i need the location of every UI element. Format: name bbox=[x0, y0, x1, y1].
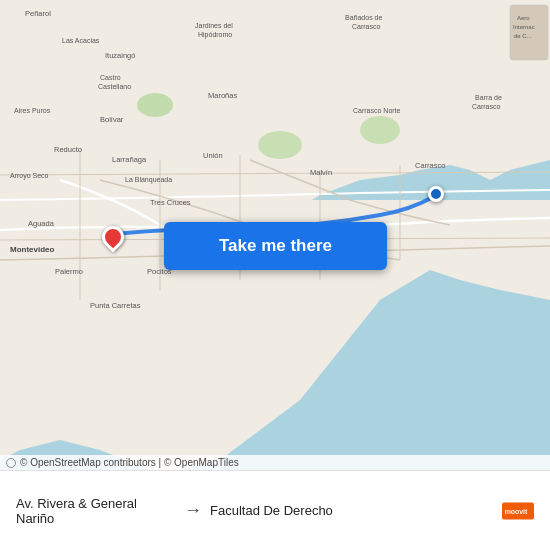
svg-point-5 bbox=[137, 93, 173, 117]
svg-text:Carrasco: Carrasco bbox=[352, 23, 381, 30]
svg-text:moovit: moovit bbox=[505, 508, 528, 515]
svg-text:La Blanqueada: La Blanqueada bbox=[125, 176, 172, 184]
svg-text:Reducto: Reducto bbox=[54, 145, 82, 154]
svg-text:Jardines del: Jardines del bbox=[195, 22, 233, 29]
svg-text:Aguada: Aguada bbox=[28, 219, 55, 228]
svg-text:de C...: de C... bbox=[514, 33, 532, 39]
svg-text:Castro: Castro bbox=[100, 74, 121, 81]
svg-text:Montevideo: Montevideo bbox=[10, 245, 55, 254]
svg-text:Arroyo Seco: Arroyo Seco bbox=[10, 172, 49, 180]
svg-text:Malvín: Malvín bbox=[310, 168, 332, 177]
destination-pin bbox=[428, 186, 444, 202]
svg-text:Hipódromo: Hipódromo bbox=[198, 31, 232, 39]
svg-text:Carrasco Norte: Carrasco Norte bbox=[353, 107, 401, 114]
attribution-text: © OpenStreetMap contributors | © OpenMap… bbox=[20, 457, 239, 468]
svg-text:Peñarol: Peñarol bbox=[25, 9, 51, 18]
svg-text:Bolívar: Bolívar bbox=[100, 115, 124, 124]
svg-text:Tres Cruces: Tres Cruces bbox=[150, 198, 191, 207]
svg-text:Unión: Unión bbox=[203, 151, 223, 160]
route-info: Av. Rivera & General Nariño → Facultad D… bbox=[16, 496, 502, 526]
svg-point-6 bbox=[258, 131, 302, 159]
moovit-logo: moovit bbox=[502, 495, 534, 527]
attribution-icon bbox=[6, 458, 16, 468]
svg-text:Ituzaingó: Ituzaingó bbox=[105, 51, 135, 60]
map-container: Aero Internac de C... Peñarol Las Acacia… bbox=[0, 0, 550, 470]
svg-text:Castellano: Castellano bbox=[98, 83, 131, 90]
svg-text:Bañados de: Bañados de bbox=[345, 14, 382, 21]
take-me-there-button[interactable]: Take me there bbox=[164, 222, 387, 270]
map-attribution: © OpenStreetMap contributors | © OpenMap… bbox=[0, 455, 550, 470]
svg-text:Las Acacias: Las Acacias bbox=[62, 37, 100, 44]
svg-text:Aero: Aero bbox=[517, 15, 530, 21]
svg-text:Larrañaga: Larrañaga bbox=[112, 155, 147, 164]
arrow-icon: → bbox=[184, 500, 202, 521]
svg-text:Carrasco: Carrasco bbox=[472, 103, 501, 110]
svg-text:Punta Carretas: Punta Carretas bbox=[90, 301, 141, 310]
origin-label: Av. Rivera & General Nariño bbox=[16, 496, 176, 526]
svg-text:Maroñas: Maroñas bbox=[208, 91, 237, 100]
origin-pin bbox=[102, 226, 124, 248]
svg-text:Aires Puros: Aires Puros bbox=[14, 107, 51, 114]
moovit-logo-svg: moovit bbox=[502, 495, 534, 527]
destination-label: Facultad De Derecho bbox=[210, 503, 333, 518]
svg-text:Barra de: Barra de bbox=[475, 94, 502, 101]
svg-text:Palermo: Palermo bbox=[55, 267, 83, 276]
svg-point-7 bbox=[360, 116, 400, 144]
svg-text:Carrasco: Carrasco bbox=[415, 161, 445, 170]
svg-text:Internac: Internac bbox=[513, 24, 535, 30]
bottom-bar: Av. Rivera & General Nariño → Facultad D… bbox=[0, 470, 550, 550]
